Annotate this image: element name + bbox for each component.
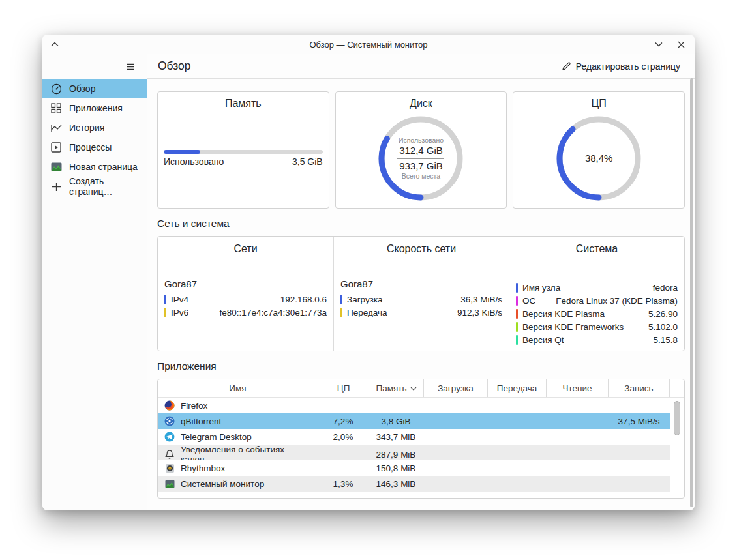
cpu-cell bbox=[318, 398, 368, 413]
sensor-value: Fedora Linux 37 (KDE Plasma) bbox=[556, 296, 678, 306]
sidebar-item-history[interactable]: История bbox=[42, 118, 147, 138]
sensor-row-ipv6: IPv6 fe80::17e4:c7a4:30e1:773a bbox=[164, 306, 327, 319]
firefox-icon bbox=[164, 400, 175, 411]
column-header-write[interactable]: Запись bbox=[608, 379, 670, 397]
sensor-row-download: Загрузка 36,3 MiB/s bbox=[340, 293, 502, 306]
window-title: Обзор — Системный монитор bbox=[42, 40, 695, 50]
sensor-label: Версия KDE Frameworks bbox=[522, 322, 624, 332]
hamburger-icon bbox=[126, 63, 135, 70]
write-cell bbox=[608, 429, 670, 445]
fraction-divider bbox=[397, 158, 444, 159]
sidebar-item-new-page[interactable]: Новая страница bbox=[42, 157, 147, 177]
app-name: Rhythmbox bbox=[181, 464, 225, 473]
upload-cell bbox=[487, 398, 546, 413]
download-cell bbox=[423, 460, 487, 476]
page-thumbnail-icon bbox=[50, 161, 62, 173]
sidebar-item-label: Новая страница bbox=[69, 162, 138, 172]
sidebar-item-label: Процессы bbox=[69, 142, 112, 153]
column-header-download[interactable]: Загрузка bbox=[423, 379, 487, 397]
telegram-icon bbox=[164, 432, 175, 442]
disk-donut-chart: Использовано 312,4 GiB 933,7 GiB Всего м… bbox=[375, 113, 466, 204]
frameworks-color-marker bbox=[516, 322, 518, 332]
sidebar-item-overview[interactable]: Обзор bbox=[42, 79, 147, 98]
download-cell bbox=[423, 413, 487, 429]
system-monitor-window: Обзор — Системный монитор bbox=[42, 35, 695, 510]
column-header-name[interactable]: Имя bbox=[158, 379, 318, 397]
sensor-value: 192.168.0.6 bbox=[280, 295, 327, 304]
sensor-value: 5.26.90 bbox=[648, 309, 678, 319]
grid-icon bbox=[50, 102, 62, 114]
write-cell bbox=[608, 398, 670, 413]
download-color-marker bbox=[340, 295, 342, 304]
page-toolbar: Обзор Редактировать страницу bbox=[147, 54, 695, 79]
hamburger-menu-button[interactable] bbox=[122, 58, 139, 75]
table-row[interactable]: Rhythmbox 150,8 MiB bbox=[158, 460, 684, 476]
applications-section-title: Приложения bbox=[157, 361, 685, 372]
close-window-button[interactable] bbox=[672, 36, 689, 53]
plus-icon bbox=[50, 181, 62, 192]
table-row-selected[interactable]: qBittorrent 7,2% 3,8 GiB 37,5 MiB/s bbox=[158, 413, 684, 429]
download-cell bbox=[423, 398, 487, 413]
read-cell bbox=[546, 413, 608, 429]
download-cell bbox=[423, 476, 487, 492]
cpu-card-title: ЦП bbox=[513, 98, 684, 110]
page-scrollbar[interactable] bbox=[690, 78, 693, 507]
titlebar[interactable]: Обзор — Системный монитор bbox=[42, 35, 695, 54]
pencil-icon bbox=[562, 61, 571, 71]
memory-cell bbox=[368, 398, 423, 413]
minimize-window-button[interactable] bbox=[650, 36, 667, 53]
table-row[interactable]: Уведомления о событиях кален… 287,9 MiB bbox=[158, 445, 684, 460]
table-row[interactable]: Системный монитор 1,3% 146,3 MiB bbox=[158, 476, 684, 492]
cpu-cell bbox=[318, 460, 368, 476]
sensor-row-upload: Передача 912,3 KiB/s bbox=[340, 306, 502, 319]
table-row[interactable]: Firefox bbox=[158, 398, 684, 413]
sensor-row-qt-version: Версия Qt 5.15.8 bbox=[516, 333, 678, 346]
column-header-upload[interactable]: Передача bbox=[487, 379, 546, 397]
disk-card: Диск Использовано 312,4 GiB 933,7 GiB bbox=[335, 91, 507, 209]
upload-color-marker bbox=[340, 308, 342, 317]
network-speed-column: Скорость сети Gora87 Загрузка 36,3 MiB/s… bbox=[333, 237, 509, 351]
disk-total-label: Всего места bbox=[402, 172, 440, 181]
table-row[interactable]: Telegram Desktop 2,0% 343,7 MiB bbox=[158, 429, 684, 445]
cpu-cell: 2,0% bbox=[318, 429, 368, 445]
table-header-row: Имя ЦП Память Загрузка Передача Чтение З… bbox=[158, 379, 684, 398]
disk-used-value: 312,4 GiB bbox=[399, 145, 443, 157]
column-header-read[interactable]: Чтение bbox=[546, 379, 608, 397]
networks-column: Сети Gora87 IPv4 192.168.0.6 IPv6 fe80::… bbox=[158, 237, 333, 351]
sensor-row-os: ОС Fedora Linux 37 (KDE Plasma) bbox=[516, 294, 678, 307]
app-name: Telegram Desktop bbox=[181, 432, 252, 442]
sensor-value: fe80::17e4:c7a4:30e1:773a bbox=[220, 308, 327, 317]
plasma-color-marker bbox=[516, 309, 518, 319]
sidebar: Обзор Приложения История Процессы bbox=[42, 54, 147, 510]
system-title: Система bbox=[516, 243, 678, 255]
hostname-color-marker bbox=[516, 283, 518, 293]
app-name: Firefox bbox=[181, 401, 207, 411]
column-header-memory[interactable]: Память bbox=[368, 379, 423, 397]
column-header-cpu[interactable]: ЦП bbox=[318, 379, 368, 397]
sidebar-item-processes[interactable]: Процессы bbox=[42, 138, 147, 157]
read-cell bbox=[546, 398, 608, 413]
qbittorrent-icon bbox=[164, 416, 175, 426]
table-scrollbar-thumb[interactable] bbox=[674, 401, 680, 435]
close-icon bbox=[678, 41, 685, 48]
network-group-name: Gora87 bbox=[164, 278, 327, 289]
sensor-label: Версия Qt bbox=[522, 335, 564, 345]
ipv4-color-marker bbox=[164, 295, 166, 304]
ipv6-color-marker bbox=[164, 308, 166, 317]
system-column: Система Имя узла fedora ОС Fedora Linux … bbox=[509, 237, 684, 351]
cpu-usage-value: 38,4% bbox=[585, 153, 613, 165]
sidebar-item-applications[interactable]: Приложения bbox=[42, 98, 147, 118]
main-area: Обзор Редактировать страницу Память bbox=[147, 54, 695, 510]
sidebar-item-create-page[interactable]: Создать страниц… bbox=[42, 177, 147, 196]
sensor-row-plasma-version: Версия KDE Plasma 5.26.90 bbox=[516, 307, 678, 320]
network-system-card: Сети Gora87 IPv4 192.168.0.6 IPv6 fe80::… bbox=[157, 236, 685, 351]
memory-cell: 150,8 MiB bbox=[368, 460, 423, 476]
chevron-down-icon bbox=[655, 42, 663, 47]
edit-page-button[interactable]: Редактировать страницу bbox=[558, 61, 684, 72]
write-cell bbox=[608, 476, 670, 492]
sensor-label: IPv6 bbox=[171, 308, 188, 317]
upload-cell bbox=[487, 460, 546, 476]
memory-card-title: Память bbox=[158, 98, 329, 110]
sidebar-item-label: Приложения bbox=[69, 103, 123, 113]
sensor-label: Имя узла bbox=[522, 283, 560, 293]
